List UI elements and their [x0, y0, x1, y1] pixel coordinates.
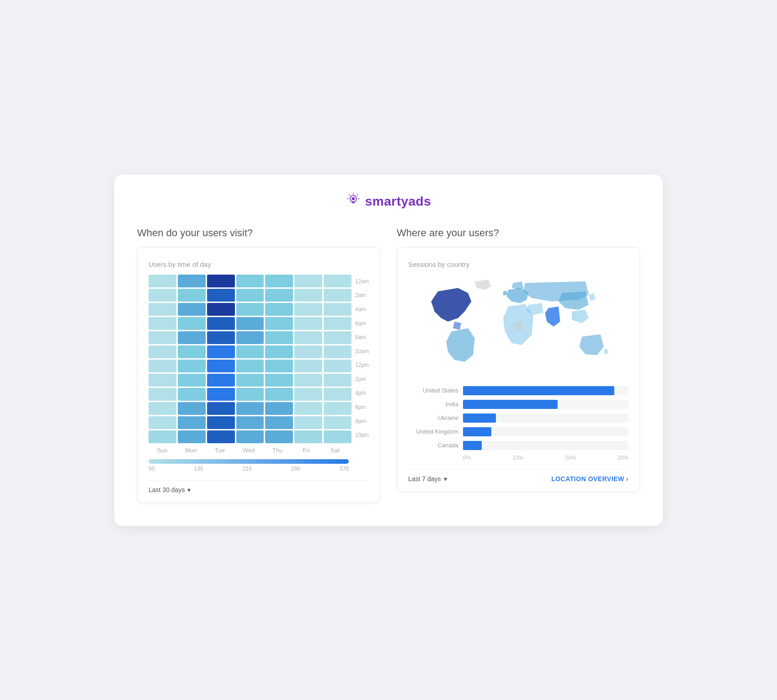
heatmap-cell — [178, 416, 206, 429]
left-date-dropdown[interactable]: Last 30 days ▾ — [149, 486, 191, 493]
heatmap-cell — [294, 360, 322, 372]
legend-values: 50130210290370 — [149, 466, 349, 472]
right-card-footer: Last 7 days ▾ LOCATION OVERVIEW › — [408, 469, 628, 483]
heatmap-cell — [149, 416, 176, 429]
country-label: India — [408, 401, 458, 408]
day-label: Tue — [206, 447, 234, 454]
chevron-down-icon-right: ▾ — [444, 475, 447, 483]
day-label: Thu — [264, 447, 291, 454]
country-bar-chart: United StatesIndiaUkraineUnited KingdomC… — [408, 386, 628, 450]
heatmap-cell — [149, 360, 176, 372]
day-label: Mon — [177, 447, 205, 454]
right-date-dropdown[interactable]: Last 7 days ▾ — [408, 475, 447, 483]
heatmap-cell — [265, 374, 293, 387]
heatmap-cell — [324, 388, 351, 401]
bar-row: Canada — [408, 441, 628, 450]
heatmap-cell — [207, 374, 235, 387]
bar-row: India — [408, 400, 628, 409]
heatmap-cell — [265, 289, 293, 302]
world-map-svg — [408, 275, 628, 375]
heatmap-cell — [294, 275, 322, 287]
heatmap-cell — [149, 331, 176, 344]
heatmap-cell — [236, 275, 264, 287]
axis-label: 0% — [463, 455, 471, 461]
time-label: 6am — [355, 317, 369, 330]
time-label: 8pm — [355, 415, 369, 428]
map-subtitle: Sessions by country — [408, 260, 628, 268]
svg-line-4 — [349, 194, 350, 195]
heatmap-cell — [178, 374, 206, 387]
svg-line-5 — [357, 194, 358, 195]
bar-track — [463, 414, 628, 423]
day-label: Sat — [321, 447, 349, 454]
heatmap-cell — [178, 430, 206, 443]
heatmap-cell — [265, 331, 293, 344]
heatmap-cell — [236, 289, 264, 302]
bar-track — [463, 441, 628, 450]
axis-label: 30% — [617, 455, 628, 461]
heatmap-cell — [236, 402, 264, 415]
bar-row: Ukraine — [408, 414, 628, 423]
chevron-down-icon: ▾ — [187, 486, 191, 493]
left-date-label: Last 30 days — [149, 486, 185, 493]
heatmap-cell — [324, 289, 351, 302]
heatmap-cell — [207, 275, 235, 287]
heatmap-cell — [207, 345, 235, 358]
heatmap-cell — [236, 388, 264, 401]
country-label: United Kingdom — [408, 428, 458, 435]
heatmap-cell — [149, 388, 176, 401]
heatmap-cell — [149, 430, 176, 443]
heatmap-cell — [294, 430, 322, 443]
logo-row: smartyads — [137, 193, 640, 211]
bar-track — [463, 427, 628, 436]
bar-track — [463, 386, 628, 395]
time-label: 8am — [355, 331, 369, 344]
heatmap-cell — [324, 275, 351, 287]
time-label: 10pm — [355, 429, 369, 441]
country-label: United States — [408, 387, 458, 394]
heatmap-cell — [294, 303, 322, 316]
bar-fill — [463, 441, 482, 450]
heatmap-cell — [178, 289, 206, 302]
day-label: Sun — [149, 447, 176, 454]
heatmap-cell — [149, 402, 176, 415]
heatmap-cell — [236, 331, 264, 344]
heatmap-cell — [265, 317, 293, 330]
svg-rect-2 — [352, 202, 354, 203]
heatmap-cell — [178, 345, 206, 358]
heatmap-cell — [324, 331, 351, 344]
heatmap-cell — [236, 416, 264, 429]
heatmap-cell — [207, 416, 235, 429]
heatmap-days: SunMonTueWedThuFriSat — [149, 447, 349, 454]
heatmap-cell — [265, 402, 293, 415]
heatmap-cell — [324, 303, 351, 316]
axis-label: 10% — [512, 455, 523, 461]
heatmap-cell — [207, 402, 235, 415]
heatmap-cell — [324, 430, 351, 443]
svg-rect-1 — [352, 202, 355, 202]
heatmap-cell — [324, 360, 351, 372]
heatmap-cell — [236, 345, 264, 358]
left-inner-card: Users by time of day 12am2am4am6am8am10a… — [137, 247, 380, 503]
heatmap-cell — [178, 275, 206, 287]
heatmap-cell — [294, 317, 322, 330]
heatmap-cell — [294, 331, 322, 344]
right-date-label: Last 7 days — [408, 475, 441, 483]
left-card-footer: Last 30 days ▾ — [149, 480, 369, 493]
heatmap-cell — [324, 416, 351, 429]
heatmap-cell — [236, 303, 264, 316]
axis-label: 20% — [565, 455, 576, 461]
heatmap-cell — [294, 402, 322, 415]
heatmap-cell — [207, 388, 235, 401]
heatmap-time-labels: 12am2am4am6am8am10am12pm2pm4pm6pm8pm10pm — [351, 275, 369, 443]
location-overview-link[interactable]: LOCATION OVERVIEW › — [551, 475, 628, 483]
heatmap-cell — [149, 289, 176, 302]
heatmap-cell — [207, 289, 235, 302]
logo-icon — [346, 193, 361, 211]
heatmap-cell — [324, 374, 351, 387]
heatmap-cell — [207, 303, 235, 316]
heatmap-cell — [207, 317, 235, 330]
heatmap-cell — [265, 430, 293, 443]
heatmap-cell — [324, 402, 351, 415]
heatmap-cell — [265, 303, 293, 316]
